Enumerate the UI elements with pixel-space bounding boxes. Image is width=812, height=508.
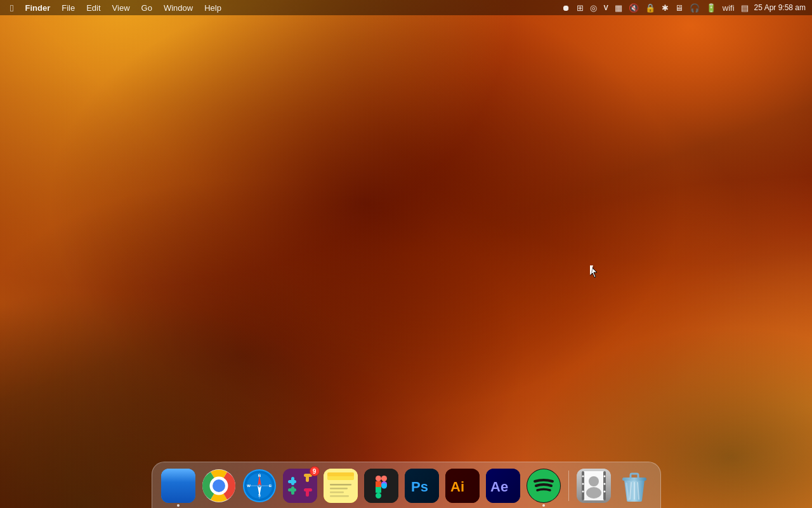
active-app-name[interactable]: Finder: [20, 2, 55, 14]
dock-app-aftereffects[interactable]: Ae: [485, 467, 521, 504]
dock-app-illustrator[interactable]: Ai: [444, 467, 481, 504]
svg-rect-2: [167, 478, 190, 480]
menubar-left:  Finder File Edit View Go Window Help: [5, 2, 560, 14]
bluetooth-icon[interactable]: ✱: [660, 3, 671, 13]
svg-point-60: [586, 487, 601, 498]
svg-rect-39: [330, 495, 349, 497]
dock: N S W E: [152, 462, 661, 508]
svg-rect-72: [622, 478, 646, 481]
lock-icon[interactable]: 🔒: [643, 3, 657, 13]
dock-app-photoshop[interactable]: Ps: [403, 467, 440, 504]
headphones-icon[interactable]: 🎧: [688, 3, 702, 13]
svg-point-63: [582, 476, 584, 478]
svg-text:N: N: [258, 474, 260, 478]
svg-point-59: [589, 476, 599, 486]
mute-icon[interactable]: 🔇: [627, 3, 641, 13]
spotify-dot: [542, 504, 545, 507]
vpn-icon[interactable]: V: [601, 4, 610, 11]
wallpaper: [0, 0, 812, 508]
svg-point-65: [582, 491, 584, 493]
svg-text:S: S: [258, 493, 260, 497]
svg-text:Ps: Ps: [411, 479, 428, 495]
svg-point-66: [603, 476, 605, 478]
svg-rect-43: [381, 476, 387, 481]
dock-app-trash[interactable]: [616, 467, 653, 504]
dock-app-notes[interactable]: [322, 467, 359, 504]
svg-text:E: E: [268, 484, 271, 488]
svg-rect-36: [330, 484, 351, 486]
wifi-icon[interactable]: wifi: [721, 3, 737, 13]
svg-point-8: [184, 484, 186, 486]
svg-rect-44: [376, 481, 381, 487]
window-menu[interactable]: Window: [159, 2, 198, 14]
dock-app-spotify[interactable]: [525, 467, 562, 504]
svg-point-67: [603, 483, 605, 485]
file-menu[interactable]: File: [56, 2, 80, 14]
cursor: [590, 265, 598, 277]
monitor-icon[interactable]: 🖥: [673, 3, 685, 13]
svg-rect-0: [161, 469, 195, 503]
battery-icon[interactable]: 🔋: [704, 3, 718, 13]
svg-point-4: [178, 479, 190, 496]
svg-text:W: W: [247, 484, 251, 488]
svg-point-5: [169, 483, 173, 488]
finder-dot: [177, 504, 180, 507]
svg-point-6: [170, 484, 172, 486]
dock-container: N S W E: [0, 462, 812, 508]
go-menu[interactable]: Go: [136, 2, 157, 14]
svg-rect-47: [376, 493, 381, 498]
svg-text:Ae: Ae: [490, 479, 508, 495]
datetime-display[interactable]: 25 Apr 9:58 am: [753, 3, 807, 12]
layout-icon[interactable]: ▦: [613, 3, 624, 13]
svg-rect-37: [330, 488, 348, 490]
dock-app-slack[interactable]: 9: [282, 467, 318, 504]
svg-point-12: [213, 479, 225, 492]
svg-point-3: [167, 479, 178, 496]
edit-menu[interactable]: Edit: [81, 2, 105, 14]
svg-rect-31: [291, 486, 294, 495]
svg-point-64: [582, 483, 584, 485]
record-icon[interactable]: ⏺: [560, 3, 572, 13]
dock-app-figma[interactable]: [363, 467, 400, 504]
svg-rect-40: [327, 472, 354, 476]
menuextras-icon[interactable]: ▤: [739, 3, 750, 13]
slack-badge: 9: [310, 466, 320, 476]
svg-point-48: [381, 483, 387, 489]
svg-text:Ai: Ai: [450, 479, 464, 495]
help-menu[interactable]: Help: [199, 2, 226, 14]
menubar-right: ⏺ ⊞ ◎ V ▦ 🔇 🔒 ✱ 🖥 🎧 🔋 wifi ▤ 25 Apr 9:58…: [560, 3, 807, 13]
svg-rect-46: [376, 487, 381, 493]
grid-icon[interactable]: ⊞: [575, 3, 586, 13]
menubar:  Finder File Edit View Go Window Help ⏺…: [0, 0, 812, 15]
dock-app-iphone-mirror[interactable]: [575, 467, 612, 504]
svg-rect-29: [306, 474, 309, 482]
apple-menu[interactable]: : [5, 3, 18, 13]
dock-app-safari[interactable]: N S W E: [241, 467, 278, 504]
dock-app-chrome[interactable]: [200, 467, 237, 504]
svg-rect-38: [330, 491, 344, 493]
dock-app-finder[interactable]: [160, 467, 197, 504]
svg-rect-33: [306, 488, 309, 497]
svg-point-68: [603, 491, 605, 493]
desktop: [0, 0, 812, 508]
view-menu[interactable]: View: [107, 2, 135, 14]
taobao-icon[interactable]: ◎: [588, 3, 599, 13]
svg-rect-42: [376, 476, 381, 481]
svg-rect-27: [291, 477, 294, 485]
svg-point-7: [183, 483, 187, 488]
svg-point-1: [167, 478, 190, 498]
dock-divider: [568, 471, 569, 501]
